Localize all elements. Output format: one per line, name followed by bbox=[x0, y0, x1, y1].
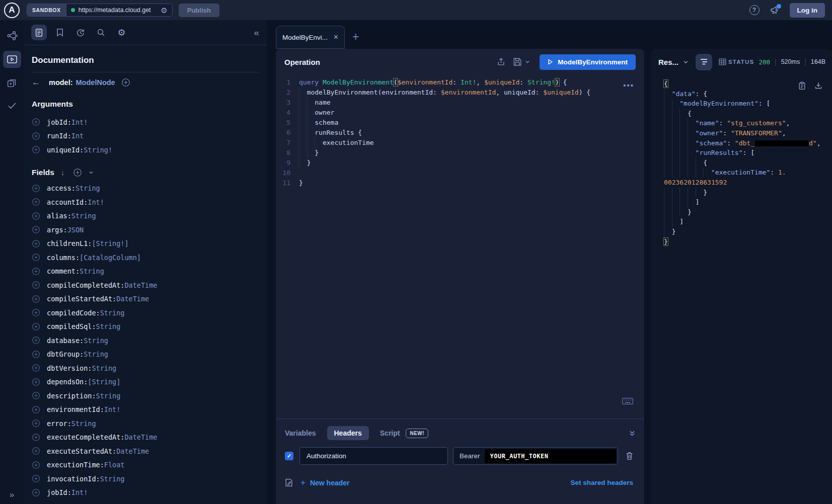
field-row[interactable]: executeCompletedAt: DateTime bbox=[32, 431, 259, 445]
field-row[interactable]: compileCompletedAt: DateTime bbox=[32, 278, 259, 292]
tab-history[interactable] bbox=[72, 25, 88, 40]
argument-row[interactable]: uniqueId: String! bbox=[32, 143, 259, 157]
close-tab-icon[interactable]: × bbox=[334, 33, 338, 41]
endpoint-url[interactable]: https://metadata.cloud.get bbox=[79, 7, 158, 14]
editor-menu-button[interactable]: ••• bbox=[623, 81, 634, 89]
keyboard-shortcuts-icon[interactable] bbox=[622, 398, 633, 404]
field-row[interactable]: environmentId: Int! bbox=[32, 403, 259, 417]
field-row[interactable]: database: String bbox=[32, 333, 259, 348]
field-row[interactable]: childrenL1: [String!] bbox=[32, 237, 259, 251]
add-field-to-query-icon[interactable] bbox=[32, 488, 40, 497]
add-field-to-query-icon[interactable] bbox=[32, 267, 40, 276]
table-view-button[interactable] bbox=[718, 58, 727, 66]
field-row[interactable]: access: String bbox=[32, 182, 259, 196]
code-line[interactable]: 11} bbox=[276, 178, 644, 188]
field-row[interactable]: accountId: Int! bbox=[32, 195, 259, 209]
response-title[interactable]: Res... bbox=[658, 58, 678, 66]
tab-search[interactable] bbox=[93, 25, 109, 40]
tab-modelbyenvironment[interactable]: ModelByEnvi... × bbox=[276, 26, 345, 49]
code-line[interactable]: 7executionTime bbox=[276, 138, 644, 148]
code-line[interactable]: 6runResults { bbox=[276, 128, 644, 138]
copy-response-button[interactable] bbox=[798, 81, 806, 90]
download-response-button[interactable] bbox=[814, 81, 822, 90]
add-field-to-query-icon[interactable] bbox=[32, 118, 40, 126]
tab-variables[interactable]: Variables bbox=[285, 429, 316, 437]
add-field-to-query-icon[interactable] bbox=[32, 184, 40, 193]
auth-token-value[interactable]: YOUR_AUTH_TOKEN bbox=[485, 449, 616, 463]
field-row[interactable]: compiledCode: String bbox=[32, 306, 259, 320]
set-shared-headers-link[interactable]: Set shared headers bbox=[570, 479, 635, 486]
field-row[interactable]: dbtGroup: String bbox=[32, 348, 259, 362]
field-row[interactable]: columns: [CatalogColumn] bbox=[32, 250, 259, 265]
argument-row[interactable]: runId: Int bbox=[32, 129, 259, 143]
add-field-to-query-icon[interactable] bbox=[32, 198, 40, 206]
field-row[interactable]: executionTime: Float bbox=[32, 458, 259, 472]
delete-header-button[interactable] bbox=[626, 452, 633, 460]
add-field-to-query-icon[interactable] bbox=[32, 295, 40, 303]
endpoint-url-box[interactable]: https://metadata.cloud.get ⚙ bbox=[66, 4, 172, 16]
new-header-button[interactable]: + New header bbox=[300, 478, 350, 487]
add-field-to-query-icon[interactable] bbox=[32, 132, 40, 140]
header-value-input[interactable]: Bearer YOUR_AUTH_TOKEN bbox=[453, 447, 618, 465]
expand-rail-button[interactable]: » bbox=[0, 490, 24, 500]
tab-explorer-settings[interactable]: ⚙ bbox=[114, 25, 129, 40]
header-enabled-checkbox[interactable]: ✓ bbox=[285, 452, 293, 460]
add-field-to-query-icon[interactable] bbox=[32, 145, 40, 154]
collapse-bottom-panel-button[interactable] bbox=[629, 430, 635, 437]
add-field-to-query-icon[interactable] bbox=[32, 391, 40, 400]
code-line[interactable]: 1query ModelByEnvironment($environmentId… bbox=[276, 77, 644, 88]
login-button[interactable]: Log in bbox=[790, 3, 825, 18]
code-line[interactable]: 2modelByEnvironment(environmentId: $envi… bbox=[276, 88, 644, 98]
field-row[interactable]: args: JSON bbox=[32, 223, 259, 237]
share-operation-icon[interactable] bbox=[497, 57, 505, 66]
sidebar-item-changelog[interactable] bbox=[3, 75, 21, 91]
endpoint-settings-icon[interactable]: ⚙ bbox=[161, 7, 167, 14]
add-field-to-query-icon[interactable] bbox=[32, 239, 40, 248]
add-field-to-query-icon[interactable] bbox=[32, 433, 40, 442]
field-row[interactable]: invocationId: String bbox=[32, 472, 259, 486]
back-arrow-icon[interactable]: ← bbox=[32, 77, 45, 88]
run-operation-button[interactable]: ModelByEnvironment bbox=[540, 54, 636, 70]
sidebar-item-explorer[interactable] bbox=[3, 51, 21, 68]
field-row[interactable]: error: String bbox=[32, 416, 259, 431]
add-fields-icon[interactable] bbox=[73, 168, 82, 177]
response-dropdown-chevron-icon[interactable] bbox=[683, 59, 689, 65]
tab-script[interactable]: Script bbox=[380, 429, 400, 437]
add-field-to-query-icon[interactable] bbox=[32, 378, 40, 386]
save-operation-group[interactable] bbox=[513, 57, 530, 66]
code-line[interactable]: 8} bbox=[276, 148, 644, 158]
add-field-to-query-icon[interactable] bbox=[32, 474, 40, 483]
sidebar-item-checks[interactable] bbox=[3, 98, 21, 113]
apollo-logo[interactable]: A bbox=[4, 3, 20, 18]
query-editor[interactable]: 1query ModelByEnvironment($environmentId… bbox=[276, 75, 644, 418]
tab-documentation[interactable] bbox=[31, 25, 47, 40]
add-field-to-query-icon[interactable] bbox=[32, 336, 40, 345]
field-row[interactable]: description: String bbox=[32, 389, 259, 403]
field-row[interactable]: dbtVersion: String bbox=[32, 361, 259, 375]
header-key-input[interactable]: Authorization bbox=[299, 447, 448, 465]
help-icon[interactable]: ? bbox=[749, 5, 760, 15]
field-row[interactable]: jobId: Int! bbox=[32, 486, 259, 500]
add-field-to-query-icon[interactable] bbox=[32, 364, 40, 372]
sort-fields-icon[interactable]: ↓ bbox=[61, 168, 65, 177]
field-row[interactable]: alias: String bbox=[32, 209, 259, 223]
add-field-to-query-icon[interactable] bbox=[32, 461, 40, 469]
add-all-fields-icon[interactable] bbox=[121, 78, 130, 87]
chevron-down-icon[interactable] bbox=[89, 170, 94, 175]
add-field-to-query-icon[interactable] bbox=[32, 447, 40, 455]
code-line[interactable]: 9} bbox=[276, 158, 644, 168]
code-line[interactable]: 3name bbox=[276, 98, 644, 108]
code-line[interactable]: 4owner bbox=[276, 108, 644, 118]
header-preview-icon[interactable] bbox=[285, 478, 293, 487]
field-row[interactable]: executeStartedAt: DateTime bbox=[32, 444, 259, 458]
add-field-to-query-icon[interactable] bbox=[32, 322, 40, 331]
field-row[interactable]: dependsOn: [String] bbox=[32, 375, 259, 389]
tab-headers[interactable]: Headers bbox=[327, 426, 369, 440]
field-row[interactable]: compileStartedAt: DateTime bbox=[32, 292, 259, 306]
argument-row[interactable]: jobId: Int! bbox=[32, 115, 259, 129]
new-tab-button[interactable]: + bbox=[352, 31, 359, 43]
code-line[interactable]: 5schema bbox=[276, 118, 644, 128]
sidebar-item-schema[interactable] bbox=[3, 28, 21, 43]
add-field-to-query-icon[interactable] bbox=[32, 253, 40, 262]
code-line[interactable]: 10 bbox=[276, 168, 644, 178]
